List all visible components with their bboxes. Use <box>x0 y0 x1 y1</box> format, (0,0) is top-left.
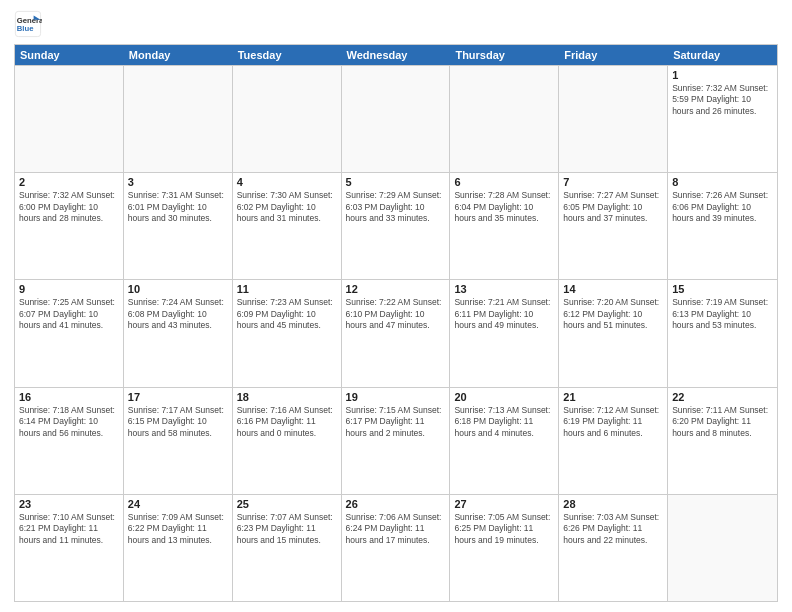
page: General Blue SundayMondayTuesdayWednesda… <box>0 0 792 612</box>
day-cell-16: 16Sunrise: 7:18 AM Sunset: 6:14 PM Dayli… <box>15 388 124 494</box>
day-info: Sunrise: 7:31 AM Sunset: 6:01 PM Dayligh… <box>128 190 228 224</box>
day-number: 18 <box>237 391 337 403</box>
day-info: Sunrise: 7:12 AM Sunset: 6:19 PM Dayligh… <box>563 405 663 439</box>
day-number: 24 <box>128 498 228 510</box>
day-cell-15: 15Sunrise: 7:19 AM Sunset: 6:13 PM Dayli… <box>668 280 777 386</box>
day-info: Sunrise: 7:03 AM Sunset: 6:26 PM Dayligh… <box>563 512 663 546</box>
day-number: 22 <box>672 391 773 403</box>
day-cell-7: 7Sunrise: 7:27 AM Sunset: 6:05 PM Daylig… <box>559 173 668 279</box>
empty-cell-0-1 <box>124 66 233 172</box>
day-number: 3 <box>128 176 228 188</box>
day-number: 2 <box>19 176 119 188</box>
weekday-header-thursday: Thursday <box>450 45 559 65</box>
day-number: 28 <box>563 498 663 510</box>
day-info: Sunrise: 7:23 AM Sunset: 6:09 PM Dayligh… <box>237 297 337 331</box>
day-info: Sunrise: 7:30 AM Sunset: 6:02 PM Dayligh… <box>237 190 337 224</box>
logo-icon: General Blue <box>14 10 42 38</box>
day-info: Sunrise: 7:26 AM Sunset: 6:06 PM Dayligh… <box>672 190 773 224</box>
day-number: 10 <box>128 283 228 295</box>
calendar-row-3: 16Sunrise: 7:18 AM Sunset: 6:14 PM Dayli… <box>15 387 777 494</box>
day-info: Sunrise: 7:07 AM Sunset: 6:23 PM Dayligh… <box>237 512 337 546</box>
day-info: Sunrise: 7:13 AM Sunset: 6:18 PM Dayligh… <box>454 405 554 439</box>
day-number: 1 <box>672 69 773 81</box>
day-number: 6 <box>454 176 554 188</box>
day-info: Sunrise: 7:16 AM Sunset: 6:16 PM Dayligh… <box>237 405 337 439</box>
day-number: 16 <box>19 391 119 403</box>
day-cell-28: 28Sunrise: 7:03 AM Sunset: 6:26 PM Dayli… <box>559 495 668 601</box>
day-info: Sunrise: 7:15 AM Sunset: 6:17 PM Dayligh… <box>346 405 446 439</box>
day-cell-5: 5Sunrise: 7:29 AM Sunset: 6:03 PM Daylig… <box>342 173 451 279</box>
empty-cell-0-0 <box>15 66 124 172</box>
day-cell-11: 11Sunrise: 7:23 AM Sunset: 6:09 PM Dayli… <box>233 280 342 386</box>
empty-cell-0-4 <box>450 66 559 172</box>
calendar-body: 1Sunrise: 7:32 AM Sunset: 5:59 PM Daylig… <box>15 65 777 601</box>
weekday-header-friday: Friday <box>559 45 668 65</box>
svg-text:Blue: Blue <box>17 24 34 33</box>
day-number: 9 <box>19 283 119 295</box>
empty-cell-0-2 <box>233 66 342 172</box>
weekday-header-wednesday: Wednesday <box>342 45 451 65</box>
day-number: 20 <box>454 391 554 403</box>
svg-text:General: General <box>17 16 42 25</box>
empty-cell-0-3 <box>342 66 451 172</box>
logo: General Blue <box>14 10 46 38</box>
day-cell-14: 14Sunrise: 7:20 AM Sunset: 6:12 PM Dayli… <box>559 280 668 386</box>
day-number: 23 <box>19 498 119 510</box>
day-number: 8 <box>672 176 773 188</box>
day-cell-25: 25Sunrise: 7:07 AM Sunset: 6:23 PM Dayli… <box>233 495 342 601</box>
day-number: 19 <box>346 391 446 403</box>
day-info: Sunrise: 7:17 AM Sunset: 6:15 PM Dayligh… <box>128 405 228 439</box>
day-info: Sunrise: 7:24 AM Sunset: 6:08 PM Dayligh… <box>128 297 228 331</box>
calendar-header: SundayMondayTuesdayWednesdayThursdayFrid… <box>15 45 777 65</box>
day-number: 27 <box>454 498 554 510</box>
day-cell-4: 4Sunrise: 7:30 AM Sunset: 6:02 PM Daylig… <box>233 173 342 279</box>
day-cell-1: 1Sunrise: 7:32 AM Sunset: 5:59 PM Daylig… <box>668 66 777 172</box>
calendar: SundayMondayTuesdayWednesdayThursdayFrid… <box>14 44 778 602</box>
day-info: Sunrise: 7:10 AM Sunset: 6:21 PM Dayligh… <box>19 512 119 546</box>
day-number: 26 <box>346 498 446 510</box>
day-cell-20: 20Sunrise: 7:13 AM Sunset: 6:18 PM Dayli… <box>450 388 559 494</box>
day-cell-27: 27Sunrise: 7:05 AM Sunset: 6:25 PM Dayli… <box>450 495 559 601</box>
day-number: 11 <box>237 283 337 295</box>
calendar-row-2: 9Sunrise: 7:25 AM Sunset: 6:07 PM Daylig… <box>15 279 777 386</box>
day-cell-18: 18Sunrise: 7:16 AM Sunset: 6:16 PM Dayli… <box>233 388 342 494</box>
day-cell-10: 10Sunrise: 7:24 AM Sunset: 6:08 PM Dayli… <box>124 280 233 386</box>
day-info: Sunrise: 7:22 AM Sunset: 6:10 PM Dayligh… <box>346 297 446 331</box>
calendar-row-0: 1Sunrise: 7:32 AM Sunset: 5:59 PM Daylig… <box>15 65 777 172</box>
day-cell-12: 12Sunrise: 7:22 AM Sunset: 6:10 PM Dayli… <box>342 280 451 386</box>
day-number: 13 <box>454 283 554 295</box>
day-cell-23: 23Sunrise: 7:10 AM Sunset: 6:21 PM Dayli… <box>15 495 124 601</box>
day-info: Sunrise: 7:11 AM Sunset: 6:20 PM Dayligh… <box>672 405 773 439</box>
weekday-header-saturday: Saturday <box>668 45 777 65</box>
calendar-row-1: 2Sunrise: 7:32 AM Sunset: 6:00 PM Daylig… <box>15 172 777 279</box>
day-number: 7 <box>563 176 663 188</box>
day-info: Sunrise: 7:25 AM Sunset: 6:07 PM Dayligh… <box>19 297 119 331</box>
day-cell-22: 22Sunrise: 7:11 AM Sunset: 6:20 PM Dayli… <box>668 388 777 494</box>
day-info: Sunrise: 7:06 AM Sunset: 6:24 PM Dayligh… <box>346 512 446 546</box>
day-info: Sunrise: 7:27 AM Sunset: 6:05 PM Dayligh… <box>563 190 663 224</box>
weekday-header-tuesday: Tuesday <box>233 45 342 65</box>
day-number: 4 <box>237 176 337 188</box>
weekday-header-monday: Monday <box>124 45 233 65</box>
day-cell-21: 21Sunrise: 7:12 AM Sunset: 6:19 PM Dayli… <box>559 388 668 494</box>
day-info: Sunrise: 7:19 AM Sunset: 6:13 PM Dayligh… <box>672 297 773 331</box>
day-info: Sunrise: 7:20 AM Sunset: 6:12 PM Dayligh… <box>563 297 663 331</box>
day-cell-26: 26Sunrise: 7:06 AM Sunset: 6:24 PM Dayli… <box>342 495 451 601</box>
day-info: Sunrise: 7:28 AM Sunset: 6:04 PM Dayligh… <box>454 190 554 224</box>
empty-cell-4-6 <box>668 495 777 601</box>
day-info: Sunrise: 7:05 AM Sunset: 6:25 PM Dayligh… <box>454 512 554 546</box>
day-info: Sunrise: 7:09 AM Sunset: 6:22 PM Dayligh… <box>128 512 228 546</box>
day-info: Sunrise: 7:18 AM Sunset: 6:14 PM Dayligh… <box>19 405 119 439</box>
calendar-row-4: 23Sunrise: 7:10 AM Sunset: 6:21 PM Dayli… <box>15 494 777 601</box>
day-cell-6: 6Sunrise: 7:28 AM Sunset: 6:04 PM Daylig… <box>450 173 559 279</box>
day-cell-9: 9Sunrise: 7:25 AM Sunset: 6:07 PM Daylig… <box>15 280 124 386</box>
day-cell-17: 17Sunrise: 7:17 AM Sunset: 6:15 PM Dayli… <box>124 388 233 494</box>
day-cell-3: 3Sunrise: 7:31 AM Sunset: 6:01 PM Daylig… <box>124 173 233 279</box>
empty-cell-0-5 <box>559 66 668 172</box>
weekday-header-sunday: Sunday <box>15 45 124 65</box>
day-number: 14 <box>563 283 663 295</box>
day-info: Sunrise: 7:29 AM Sunset: 6:03 PM Dayligh… <box>346 190 446 224</box>
day-number: 17 <box>128 391 228 403</box>
day-number: 21 <box>563 391 663 403</box>
day-info: Sunrise: 7:21 AM Sunset: 6:11 PM Dayligh… <box>454 297 554 331</box>
